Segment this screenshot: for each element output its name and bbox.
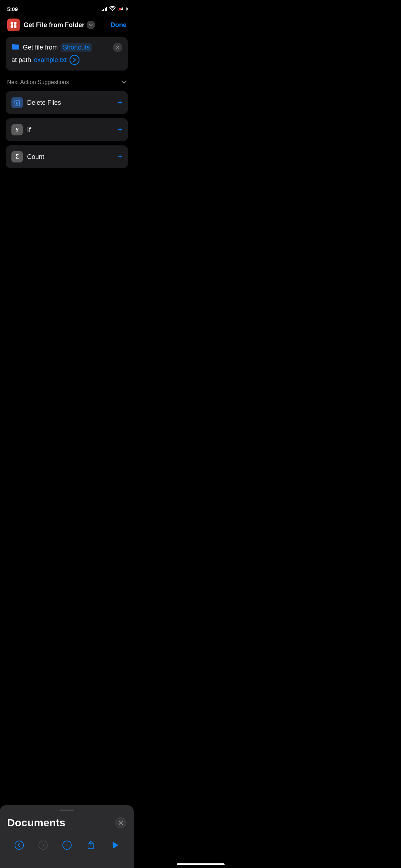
suggestion-left-count: Σ Count	[11, 151, 44, 162]
signal-bar-2	[103, 9, 104, 11]
suggestions-title: Next Action Suggestions	[7, 79, 69, 86]
count-label: Count	[27, 153, 44, 161]
suggestion-item-delete-files[interactable]: Delete Files +	[6, 91, 128, 114]
at-path-label: at path	[11, 56, 31, 64]
action-card-row2: at path example.txt	[11, 55, 122, 65]
wifi-icon	[109, 6, 115, 12]
action-link-shortcuts[interactable]: Shortcuts	[61, 43, 92, 52]
suggestion-left-delete-files: Delete Files	[11, 97, 61, 108]
action-card: Get file from Shortcuts ✕ at path exampl…	[6, 37, 128, 71]
path-placeholder-text[interactable]: example.txt	[34, 56, 67, 64]
suggestions-header: Next Action Suggestions	[6, 79, 128, 86]
signal-bar-3	[105, 8, 106, 11]
folder-icon	[11, 43, 20, 52]
svg-rect-0	[11, 22, 13, 25]
action-card-left: Get file from Shortcuts	[11, 43, 92, 52]
count-icon: Σ	[11, 151, 23, 162]
suggestion-item-count[interactable]: Σ Count +	[6, 145, 128, 168]
chevron-down-icon[interactable]	[122, 79, 127, 86]
delete-files-label: Delete Files	[27, 99, 61, 107]
action-get-text: Get file from	[23, 44, 58, 51]
nav-bar: Get File from Folder Done	[0, 16, 134, 37]
battery-icon: 4	[118, 7, 127, 11]
if-icon: Y	[11, 124, 23, 135]
main-content: Get file from Shortcuts ✕ at path exampl…	[0, 37, 134, 168]
if-add-button[interactable]: +	[118, 125, 122, 134]
svg-rect-3	[14, 25, 16, 28]
suggestion-left-if: Y If	[11, 124, 31, 135]
nav-left: Get File from Folder	[7, 19, 95, 31]
done-button[interactable]: Done	[110, 21, 127, 29]
action-close-button[interactable]: ✕	[113, 43, 122, 52]
svg-rect-2	[11, 25, 13, 28]
nav-dropdown-button[interactable]	[87, 21, 95, 29]
status-icons: 4	[102, 6, 127, 12]
delete-files-add-button[interactable]: +	[118, 98, 122, 107]
nav-title: Get File from Folder	[24, 21, 84, 29]
svg-rect-1	[14, 22, 16, 25]
suggestion-item-if[interactable]: Y If +	[6, 118, 128, 141]
status-bar: 5:09 4	[0, 0, 134, 16]
nav-title-container: Get File from Folder	[24, 21, 95, 29]
signal-bar-4	[106, 7, 107, 11]
count-add-button[interactable]: +	[118, 152, 122, 161]
delete-files-icon	[11, 97, 23, 108]
battery-level: 4	[121, 7, 123, 11]
signal-bars-icon	[102, 7, 108, 11]
path-arrow-button[interactable]	[70, 55, 79, 65]
if-label: If	[27, 126, 31, 134]
app-icon	[7, 19, 20, 31]
status-time: 5:09	[7, 6, 18, 12]
signal-bar-1	[102, 10, 103, 11]
action-card-row1: Get file from Shortcuts ✕	[11, 43, 122, 52]
